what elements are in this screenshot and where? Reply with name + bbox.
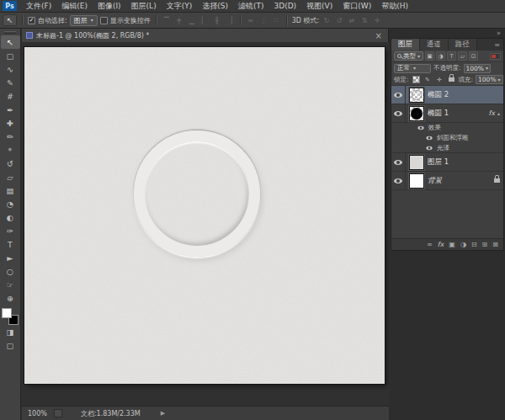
tab-paths[interactable]: 路径	[449, 39, 477, 51]
align-right-edges-icon[interactable]: ▕	[225, 17, 235, 24]
opacity-field[interactable]: 100% ▾	[464, 64, 491, 73]
align-top-edges-icon[interactable]: ▔	[162, 17, 172, 24]
lasso-tool[interactable]: ∿	[1, 62, 20, 76]
layer-thumbnail[interactable]	[409, 173, 424, 189]
current-tool-icon[interactable]: ↖	[3, 14, 17, 26]
panel-menu-icon[interactable]: ≡	[491, 39, 503, 51]
lock-transparent-pixels-button[interactable]	[412, 75, 421, 84]
align-bottom-edges-icon[interactable]: ▁	[187, 17, 197, 24]
visibility-toggle[interactable]	[391, 104, 406, 122]
zoom-level-field[interactable]: 100%	[28, 410, 47, 417]
zoom-tool[interactable]: ⊕	[1, 291, 20, 305]
filter-pixel-layers-icon[interactable]: ▣	[425, 51, 434, 61]
path-selection-tool[interactable]: ►	[1, 251, 20, 264]
filter-adjustment-layers-icon[interactable]: ◑	[436, 51, 445, 61]
align-left-edges-icon[interactable]: ▏	[199, 17, 210, 24]
3d-rotate-icon[interactable]: ↻	[322, 17, 332, 24]
crop-tool[interactable]: #	[1, 89, 20, 103]
menu-view[interactable]: 视图(V)	[301, 0, 338, 13]
ellipse-tool[interactable]: ○	[1, 264, 20, 278]
layer-thumbnail[interactable]	[409, 106, 424, 121]
menu-filter[interactable]: 滤镜(T)	[233, 0, 269, 13]
filter-toggle-switch[interactable]	[490, 53, 501, 60]
brush-tool[interactable]: ✏	[1, 130, 20, 143]
move-tool[interactable]: ↖	[1, 35, 20, 49]
eyedropper-tool[interactable]: ✒	[1, 103, 20, 116]
distribute-horizontal-icon[interactable]: ⋮	[258, 17, 268, 24]
lock-position-button[interactable]: ✛	[435, 75, 444, 84]
clone-stamp-tool[interactable]: ⌖	[1, 143, 20, 157]
eye-icon[interactable]	[426, 136, 432, 140]
3d-slide-icon[interactable]: ⇅	[359, 17, 369, 24]
menu-file[interactable]: 文件(F)	[21, 0, 56, 13]
layer-row-background[interactable]: 背景	[391, 172, 503, 190]
spot-healing-brush-tool[interactable]: ✚	[1, 116, 20, 130]
layer-filter-dropdown[interactable]: 类型 ▾	[394, 51, 423, 61]
quick-mask-button[interactable]: ◨	[1, 325, 20, 338]
menu-image[interactable]: 图像(I)	[93, 0, 126, 13]
pen-tool[interactable]: ✑	[1, 224, 20, 237]
distribute-spacing-icon[interactable]: ∷	[271, 17, 281, 24]
delete-layer-icon[interactable]: ⊠	[492, 242, 498, 248]
effect-row-bevel-emboss[interactable]: 斜面和浮雕	[391, 133, 503, 143]
tab-channels[interactable]: 通道	[420, 39, 449, 51]
blur-tool[interactable]: ◔	[1, 197, 20, 210]
auto-select-dropdown[interactable]: 图层 ▾	[70, 15, 98, 26]
gradient-tool[interactable]: ▤	[1, 183, 20, 197]
fill-field[interactable]: 100% ▾	[476, 75, 502, 84]
layer-effects-icon[interactable]: fx	[438, 242, 444, 248]
dodge-tool[interactable]: ◐	[1, 210, 20, 224]
effect-row-satin[interactable]: 光泽	[391, 143, 503, 153]
status-menu-arrow[interactable]: ▶	[161, 410, 165, 417]
menu-layer[interactable]: 图层(L)	[126, 0, 162, 13]
eye-icon[interactable]	[417, 126, 423, 130]
menu-select[interactable]: 选择(S)	[197, 0, 233, 13]
layer-row-ellipse-2[interactable]: 椭圆 2	[391, 86, 503, 104]
layer-group-icon[interactable]: ⊟	[471, 242, 477, 248]
align-horizontal-centers-icon[interactable]: ╫	[212, 17, 222, 24]
tab-close-button[interactable]: ×	[374, 31, 384, 40]
auto-select-checkbox[interactable]: ✓	[28, 17, 35, 24]
color-swatches[interactable]	[2, 308, 19, 325]
layer-thumbnail[interactable]	[409, 155, 424, 170]
document-tab[interactable]: 未标题-1 @ 100%(椭圆 2, RGB/8) * ×	[22, 29, 389, 42]
add-layer-mask-icon[interactable]: ▣	[449, 242, 455, 248]
menu-help[interactable]: 帮助(H)	[376, 0, 413, 13]
canvas[interactable]	[24, 47, 385, 384]
layer-row-ellipse-1[interactable]: 椭圆 1 fx ▴	[391, 104, 503, 123]
layer-effects-badge[interactable]: fx	[488, 109, 495, 117]
history-brush-tool[interactable]: ↺	[1, 157, 20, 170]
collapse-panels-icon[interactable]: »	[497, 29, 501, 37]
menu-3d[interactable]: 3D(D)	[268, 0, 301, 13]
hand-tool[interactable]: ☞	[1, 278, 20, 291]
menu-type[interactable]: 文字(Y)	[162, 0, 198, 13]
eraser-tool[interactable]: ▱	[1, 170, 20, 183]
3d-scale-icon[interactable]: ✛	[372, 17, 382, 24]
visibility-toggle[interactable]	[391, 153, 406, 171]
panel-grip[interactable]	[4, 31, 16, 34]
menu-edit[interactable]: 编辑(E)	[56, 0, 93, 13]
layer-thumbnail[interactable]	[409, 88, 424, 103]
lock-image-pixels-button[interactable]: ✎	[423, 75, 433, 84]
effects-header-row[interactable]: 效果	[391, 123, 503, 133]
foreground-color-swatch[interactable]	[2, 308, 12, 318]
layer-row-layer-1[interactable]: 图层 1	[391, 153, 503, 172]
link-layers-icon[interactable]: ∞	[427, 242, 433, 248]
rectangular-marquee-tool[interactable]: ▢	[1, 49, 20, 62]
visibility-toggle[interactable]	[391, 172, 406, 189]
new-layer-icon[interactable]: ⊞	[482, 242, 488, 248]
eye-icon[interactable]	[426, 146, 432, 149]
type-tool[interactable]: T	[1, 237, 20, 251]
lock-all-button[interactable]	[447, 75, 456, 84]
filter-type-layers-icon[interactable]: T	[447, 51, 456, 61]
filter-shape-layers-icon[interactable]: ▱	[458, 51, 467, 61]
align-vertical-centers-icon[interactable]: ╪	[174, 17, 184, 24]
quick-selection-tool[interactable]: ✎	[1, 76, 20, 89]
3d-roll-icon[interactable]: ↺	[334, 17, 344, 24]
distribute-vertical-icon[interactable]: ≡	[246, 17, 256, 24]
tab-layers[interactable]: 图层	[391, 39, 420, 51]
3d-drag-icon[interactable]: ⇄	[347, 17, 357, 24]
effects-collapse-icon[interactable]: ▴	[497, 110, 500, 116]
adjustment-layer-icon[interactable]: ◑	[460, 242, 466, 248]
filter-smart-objects-icon[interactable]: ⊡	[469, 51, 478, 61]
